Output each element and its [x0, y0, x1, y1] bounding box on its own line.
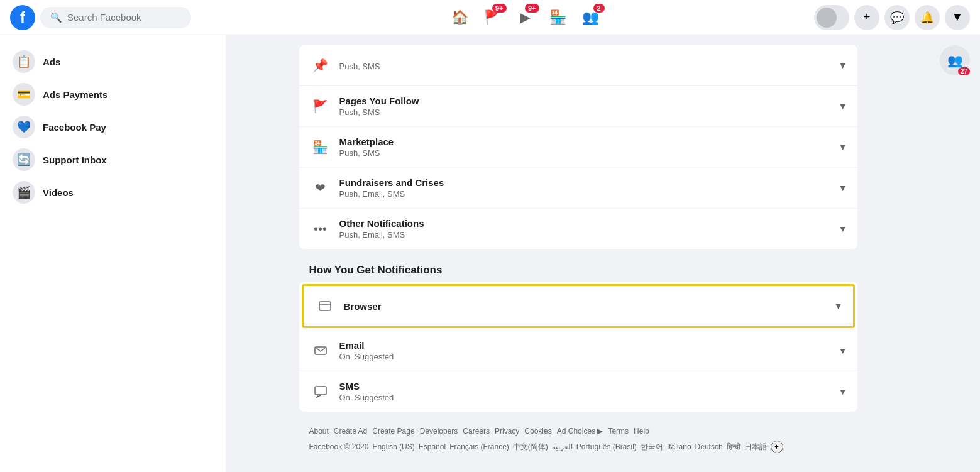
- home-nav-button[interactable]: 🏠: [445, 3, 475, 33]
- notification-section-top: 📌 Push, SMS ▼ 🚩 Pages You Follow Push, S…: [299, 45, 857, 249]
- chevron-icon-sms: ▼: [839, 387, 847, 397]
- push-sms-row[interactable]: 📌 Push, SMS ▼: [299, 45, 857, 86]
- groups-nav-button[interactable]: 👥 2: [576, 3, 606, 33]
- footer-about[interactable]: About: [309, 427, 329, 436]
- other-notif-row[interactable]: ••• Other Notifications Push, Email, SMS…: [299, 209, 857, 249]
- fundraisers-title: Fundraisers and Crises: [339, 177, 839, 188]
- fundraisers-icon: ❤: [309, 177, 332, 199]
- footer-developers[interactable]: Developers: [420, 427, 458, 436]
- other-notif-sub: Push, Email, SMS: [339, 230, 839, 239]
- sidebar-item-videos[interactable]: 🎬 Videos: [5, 176, 221, 209]
- email-text: Email On, Suggested: [339, 340, 839, 361]
- other-notif-text: Other Notifications Push, Email, SMS: [339, 218, 839, 239]
- pages-follow-row[interactable]: 🚩 Pages You Follow Push, SMS ▼: [299, 86, 857, 127]
- add-button[interactable]: +: [854, 5, 879, 30]
- sidebar-item-label: Ads: [43, 57, 60, 67]
- pages-follow-text: Pages You Follow Push, SMS: [339, 96, 839, 117]
- search-input[interactable]: [67, 12, 181, 23]
- sidebar-item-ads[interactable]: 📋 Ads: [5, 45, 221, 78]
- marketplace-nav-button[interactable]: 🏪: [543, 3, 573, 33]
- sidebar-item-facebook-pay[interactable]: 💙 Facebook Pay: [5, 111, 221, 143]
- browser-title: Browser: [344, 301, 834, 312]
- sms-text: SMS On, Suggested: [339, 381, 839, 402]
- browser-row[interactable]: Browser ▼: [302, 284, 855, 328]
- avatar: [817, 8, 837, 28]
- main-content: 📌 Push, SMS ▼ 🚩 Pages You Follow Push, S…: [226, 35, 930, 472]
- sidebar-item-support-inbox[interactable]: 🔄 Support Inbox: [5, 143, 221, 176]
- marketplace-sub: Push, SMS: [339, 148, 839, 158]
- footer-bottom: Facebook © 2020 English (US) Español Fra…: [309, 441, 847, 453]
- support-inbox-icon: 🔄: [13, 148, 35, 171]
- fundraisers-text: Fundraisers and Crises Push, Email, SMS: [339, 177, 839, 199]
- watch-nav-button[interactable]: ▶ 9+: [510, 3, 541, 33]
- footer-lang-english[interactable]: English (US): [372, 442, 414, 451]
- content-area: 📌 Push, SMS ▼ 🚩 Pages You Follow Push, S…: [289, 35, 867, 472]
- nav-center: 🏠 🚩 9+ ▶ 9+ 🏪 👥 2: [241, 3, 809, 33]
- messenger-icon: 💬: [890, 11, 904, 25]
- add-language-button[interactable]: +: [771, 441, 783, 453]
- marketplace-title: Marketplace: [339, 136, 839, 147]
- footer-terms[interactable]: Terms: [608, 427, 629, 436]
- ads-icon: 📋: [13, 50, 35, 73]
- sms-icon: [309, 380, 332, 403]
- footer-lang-espanol[interactable]: Español: [419, 442, 446, 451]
- search-bar[interactable]: 🔍: [40, 7, 191, 28]
- footer-links: About Create Ad Create Page Developers C…: [309, 427, 847, 436]
- footer-careers[interactable]: Careers: [463, 427, 490, 436]
- profile-button[interactable]: [814, 5, 849, 30]
- page-layout: 📋 Ads 💳 Ads Payments 💙 Facebook Pay 🔄 Su…: [0, 35, 980, 472]
- footer-privacy[interactable]: Privacy: [495, 427, 519, 436]
- sidebar-item-ads-payments[interactable]: 💳 Ads Payments: [5, 78, 221, 111]
- footer-ad-choices[interactable]: Ad Choices ▶: [557, 427, 603, 436]
- delivery-section: Browser ▼ Email On, Suggested: [299, 282, 857, 412]
- chevron-icon-fundraisers: ▼: [839, 183, 847, 193]
- notifications-button[interactable]: 🔔: [915, 5, 940, 30]
- footer-lang-japanese[interactable]: 日本語: [744, 442, 767, 453]
- chevron-icon-browser: ▼: [834, 301, 843, 311]
- sidebar-item-label: Ads Payments: [43, 89, 107, 100]
- marketplace-row[interactable]: 🏪 Marketplace Push, SMS ▼: [299, 127, 857, 168]
- pages-follow-sub: Push, SMS: [339, 107, 839, 117]
- sms-title: SMS: [339, 381, 839, 392]
- footer-lang-deutsch[interactable]: Deutsch: [695, 442, 723, 451]
- marketplace-icon: 🏪: [549, 9, 566, 26]
- groups-badge: 2: [593, 4, 605, 13]
- svg-rect-0: [319, 302, 331, 310]
- footer-lang-chinese[interactable]: 中文(简体): [513, 442, 548, 453]
- footer-lang-francais[interactable]: Français (France): [449, 442, 509, 451]
- pages-nav-button[interactable]: 🚩 9+: [478, 3, 508, 33]
- facebook-logo[interactable]: f: [10, 5, 35, 30]
- page-footer: About Create Ad Create Page Developers C…: [299, 417, 857, 463]
- chevron-icon-marketplace: ▼: [839, 142, 847, 152]
- footer-lang-korean[interactable]: 한국어: [641, 442, 663, 453]
- footer-lang-portuguese[interactable]: Português (Brasil): [576, 442, 637, 451]
- sidebar-item-label: Support Inbox: [43, 155, 107, 165]
- watch-badge: 9+: [525, 4, 539, 13]
- footer-create-page[interactable]: Create Page: [372, 427, 414, 436]
- fundraisers-row[interactable]: ❤ Fundraisers and Crises Push, Email, SM…: [299, 168, 857, 209]
- push-sms-icon: 📌: [309, 54, 332, 77]
- footer-help[interactable]: Help: [634, 427, 649, 436]
- how-you-get-section-title: How You Get Notifications: [299, 254, 857, 282]
- chevron-down-icon: ▼: [952, 11, 963, 24]
- footer-lang-hindi[interactable]: हिन्दी: [727, 442, 741, 451]
- email-title: Email: [339, 340, 839, 351]
- push-sms-text: Push, SMS: [339, 60, 839, 71]
- nav-right: + 💬 🔔 ▼: [814, 5, 970, 30]
- pages-badge: 9+: [492, 4, 507, 13]
- sms-row[interactable]: SMS On, Suggested ▼: [299, 371, 857, 412]
- videos-icon: 🎬: [13, 181, 35, 204]
- marketplace-notif-text: Marketplace Push, SMS: [339, 136, 839, 158]
- messenger-button[interactable]: 💬: [884, 5, 910, 30]
- search-icon: 🔍: [50, 12, 62, 23]
- right-panel: 👥 27: [930, 35, 980, 472]
- friend-requests-icon[interactable]: 👥 27: [940, 45, 970, 75]
- other-notif-icon: •••: [309, 217, 332, 240]
- footer-create-ad[interactable]: Create Ad: [334, 427, 367, 436]
- email-row[interactable]: Email On, Suggested ▼: [299, 331, 857, 371]
- footer-cookies[interactable]: Cookies: [524, 427, 551, 436]
- menu-button[interactable]: ▼: [945, 5, 970, 30]
- chevron-icon-pages: ▼: [839, 101, 847, 111]
- footer-lang-italiano[interactable]: Italiano: [667, 442, 691, 451]
- footer-lang-arabic[interactable]: العربية: [552, 442, 573, 451]
